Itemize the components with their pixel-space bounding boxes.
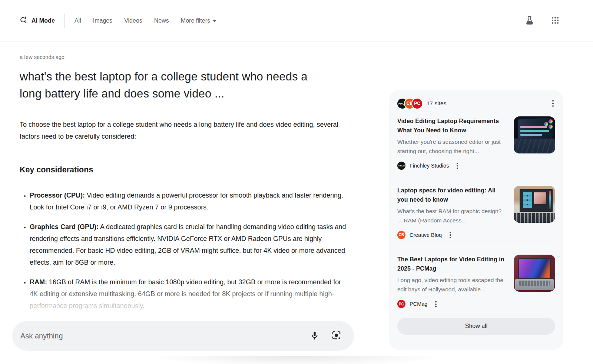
apps-grid-icon [551,16,560,26]
bullet-text: 16GB of RAM is the minimum for basic 108… [30,278,341,310]
lens-camera-icon [331,330,341,341]
article-snippet: What's the best RAM for graphic design? … [397,206,508,225]
voice-search-button[interactable] [308,329,321,343]
source-card[interactable]: The Best Laptops for Video Editing in 20… [397,247,555,294]
source-favicon-stack: FINCH CB PC [397,99,422,109]
source-name: Creative Bloq [410,232,442,238]
article-title: Laptop specs for video editing: All you … [397,186,508,204]
tab-ai-mode[interactable]: AI Mode [20,16,55,26]
tab-videos[interactable]: Videos [124,17,142,24]
tab-ai-mode-label: AI Mode [32,17,55,24]
answer-intro-paragraph: To choose the best laptop for a college … [20,119,346,142]
search-filter-bar: AI Mode All Images Videos News More filt… [0,0,593,42]
list-item-cpu: Processor (CPU): Video editing demands a… [30,189,350,213]
bullet-lead: Graphics Card (GPU): [30,223,99,231]
favicon-creative-bloq: CB [397,231,405,239]
section-heading: Key considerations [20,165,355,175]
tab-all[interactable]: All [74,17,81,24]
article-thumbnail [514,116,555,153]
sources-panel: FINCH CB PC 17 sites Video Editing Lapto… [389,90,563,350]
considerations-list: Processor (CPU): Video editing demands a… [20,189,350,312]
labs-button[interactable] [523,14,536,28]
source-attribution-row[interactable]: FINCH Finchley Studios [397,161,555,171]
article-title: Video Editing Laptop Requirements What Y… [397,116,508,135]
source-card[interactable]: Video Editing Laptop Requirements What Y… [397,109,555,156]
source-attribution-row[interactable]: CB Creative Bloq [397,231,555,240]
list-item-ram: RAM: 16GB of RAM is the minimum for basi… [30,276,350,312]
bullet-lead: Processor (CPU): [30,192,85,199]
article-snippet: Long ago, video editing tools escaped th… [397,275,508,294]
article-thumbnail [514,255,555,292]
answer-timestamp: a few seconds ago [20,54,355,60]
favicon-pcmag: PC [412,99,422,109]
result-type-tabs: All Images Videos News More filters [74,17,216,24]
list-item-gpu: Graphics Card (GPU): A dedicated graphic… [30,221,350,268]
google-lens-button[interactable] [330,329,343,343]
bottom-scroll-shadow [104,356,489,364]
ai-mode-sparkle-search-icon [20,16,28,26]
tab-news[interactable]: News [154,17,169,24]
article-snippet: Whether you're a seasoned editor or just… [397,137,508,156]
more-filters-dropdown[interactable]: More filters [181,17,216,24]
source-attribution-row[interactable]: PC PCMag [397,300,555,309]
microphone-icon [310,331,319,341]
query-title: what's the best laptop for a college stu… [20,68,329,102]
ask-anything-input[interactable] [12,321,308,351]
source-name: Finchley Studios [410,163,449,169]
labs-flask-icon [525,16,534,26]
ai-mode-results-page: AI Mode All Images Videos News More filt… [0,0,593,364]
chevron-down-icon [213,20,216,22]
panel-kebab-menu-icon[interactable] [551,99,555,108]
tab-images[interactable]: Images [93,17,112,24]
google-apps-button[interactable] [549,14,561,27]
more-filters-label: More filters [181,17,210,24]
sites-count-label: 17 sites [427,100,446,107]
show-all-button[interactable]: Show all [397,318,555,335]
article-thumbnail [514,186,555,223]
ask-anything-bar [12,321,354,351]
bullet-lead: RAM: [30,278,47,286]
card-kebab-menu-icon[interactable] [434,300,438,309]
source-name: PCMag [410,301,427,307]
favicon-pcmag: PC [397,300,405,308]
card-kebab-menu-icon[interactable] [448,231,453,240]
ai-answer-column: a few seconds ago what's the best laptop… [20,42,355,312]
favicon-finchley: FINCH [397,162,405,170]
source-card[interactable]: Laptop specs for video editing: All you … [397,178,555,225]
sources-panel-header: FINCH CB PC 17 sites [397,98,555,109]
nav-divider [64,14,65,28]
card-kebab-menu-icon[interactable] [455,161,460,171]
article-title: The Best Laptops for Video Editing in 20… [397,255,508,273]
